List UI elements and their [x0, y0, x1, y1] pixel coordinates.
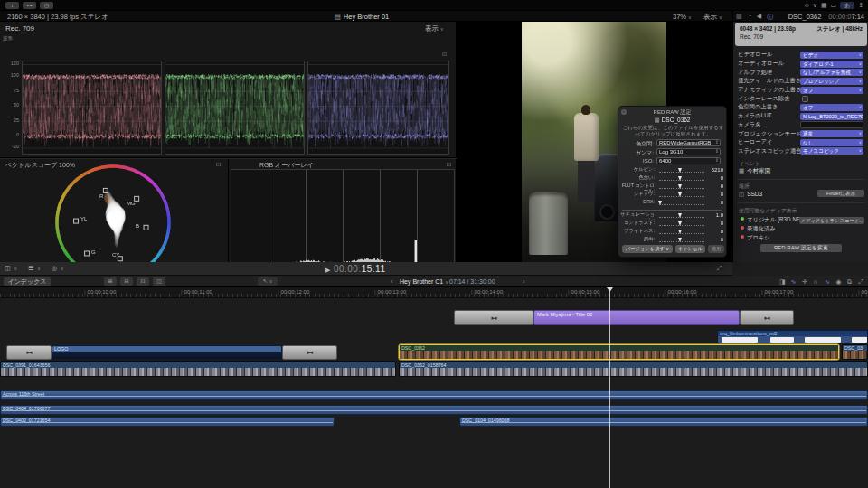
input-source-icon[interactable]: あ: [840, 2, 854, 9]
slider-thumb[interactable]: [678, 192, 682, 197]
analysis-icon[interactable]: ⊡: [137, 277, 149, 286]
audio-clip[interactable]: Across 116th Street: [0, 390, 868, 400]
keyword-icon[interactable]: ⊟: [120, 277, 133, 286]
key-icon[interactable]: ⊶: [23, 2, 36, 9]
slider-track-saturation[interactable]: [659, 217, 704, 218]
vectorscope-settings-icon[interactable]: ⊡: [216, 161, 221, 167]
tab-color-inspector-icon[interactable]: ◔: [748, 13, 751, 22]
slider-thumb[interactable]: [678, 238, 682, 242]
video-clip[interactable]: DSC_0362_0158764: [399, 361, 868, 377]
inspector-dropdown-colorspace-override[interactable]: オフ∨: [800, 104, 863, 111]
timeline-ruler[interactable]: |00:00:10:00|00:00:11:00|00:00:12:00|00:…: [0, 287, 868, 298]
history-forward-icon[interactable]: ›: [523, 278, 524, 285]
slider-track-contrast[interactable]: [659, 225, 704, 226]
scopes-view-dropdown[interactable]: 表示∨: [425, 24, 444, 33]
video-clip[interactable]: DSC_0391_01643656: [0, 361, 396, 377]
dialog-dropdown-colorspace[interactable]: REDWideGamutRGB⇕: [656, 139, 721, 146]
skimming-icon[interactable]: ∿: [791, 278, 797, 286]
tools-icon[interactable]: ☰ ∨: [28, 265, 41, 272]
title-clip[interactable]: Mark Miyajima - Title 02: [533, 310, 740, 325]
dialog-dropdown-gamma[interactable]: Log 3G10⇕: [656, 148, 721, 155]
transition-clip[interactable]: ▸◂: [454, 310, 533, 325]
chevron-down-icon: ∨: [859, 69, 862, 76]
inspector-dropdown-stereoscopic[interactable]: モノスコピック∨: [800, 147, 863, 155]
clock-icon[interactable]: ◷: [40, 2, 53, 9]
share-icon[interactable]: ↥: [858, 2, 863, 9]
slider-track-shadow[interactable]: [659, 196, 704, 197]
transition-clip[interactable]: ▸◂: [740, 310, 794, 325]
inspector-dropdown-video-role[interactable]: ビデオ∨: [800, 52, 863, 59]
slider-thumb[interactable]: [678, 230, 682, 234]
select-tool-dropdown[interactable]: ↖∨: [258, 277, 278, 286]
rgb-overlay-settings-icon[interactable]: ⊡: [447, 161, 451, 167]
slider-track-kelvin[interactable]: [659, 172, 704, 173]
history-back-icon[interactable]: ‹: [391, 278, 392, 285]
inspector-dropdown-hero-eye[interactable]: なし∨: [800, 139, 863, 146]
keyboard-icon[interactable]: ▭: [831, 2, 837, 9]
cancel-button[interactable]: キャンセル: [675, 245, 705, 253]
audio-skim-icon[interactable]: ∩: [814, 278, 818, 285]
tab-info-inspector-icon[interactable]: ⓘ: [767, 13, 773, 22]
slider-track-drx[interactable]: [659, 204, 704, 205]
tab-video-inspector-icon[interactable]: ▥: [736, 13, 742, 22]
import-icon[interactable]: ↓: [5, 2, 19, 9]
change-red-raw-button[interactable]: RED RAW 設定を変更: [760, 244, 842, 252]
clip-appearance-icon[interactable]: ◫ ∨: [5, 265, 17, 272]
video-clip[interactable]: LOGO: [52, 345, 282, 360]
slider-thumb[interactable]: [678, 168, 682, 173]
dialog-dropdown-iso[interactable]: 6400⇕: [656, 157, 721, 164]
viewer-expand-icon[interactable]: ⤢: [717, 265, 722, 272]
slider-track-tint[interactable]: [659, 180, 704, 181]
slider-thumb[interactable]: [678, 221, 682, 226]
effects-icon[interactable]: ⧉: [847, 278, 852, 286]
appearance-icon[interactable]: ◫: [153, 277, 165, 286]
slider-track-brightness[interactable]: [659, 233, 704, 234]
video-clip[interactable]: DSC_03: [842, 344, 868, 360]
inspector-dropdown-camera-lut[interactable]: N-Log_BT2020_to_REC709...∨: [800, 113, 863, 120]
viewer-view-dropdown[interactable]: 表示∨: [703, 13, 722, 22]
viewer-zoom-dropdown[interactable]: 37%∨: [673, 13, 692, 21]
slider-thumb[interactable]: [678, 176, 682, 181]
expand-icon[interactable]: ⤢: [859, 278, 864, 286]
index-button[interactable]: インデックス: [4, 277, 51, 286]
inspector-dropdown-projection-mode[interactable]: 通常∨: [800, 130, 863, 137]
marker-icon[interactable]: ⊞: [104, 277, 117, 286]
scope-settings-icon[interactable]: ⊡: [442, 51, 447, 57]
transition-clip[interactable]: ▸◂: [6, 345, 52, 360]
slider-thumb[interactable]: [678, 213, 682, 218]
transcode-media-button[interactable]: メディアをトランスコード...: [799, 217, 864, 224]
input-camera-name[interactable]: [800, 121, 863, 128]
inspector-tabs: ▥◔◀ⓘ: [736, 13, 773, 22]
position-icon[interactable]: ✛: [802, 278, 807, 286]
revert-version-button[interactable]: バージョンを戻す ∨: [622, 245, 673, 253]
transition-clip[interactable]: ▸◂: [282, 345, 337, 360]
grid-icon[interactable]: ▦: [821, 2, 827, 9]
inspector-dropdown-anamorphic-override[interactable]: オフ∨: [800, 87, 863, 94]
slider-thumb[interactable]: [658, 201, 662, 205]
inspector-dropdown-audio-role[interactable]: ダイアログ-1∨: [800, 61, 863, 68]
slider-track-flut[interactable]: [659, 188, 704, 189]
video-clip[interactable]: DSC_0362: [399, 344, 839, 360]
playhead[interactable]: [609, 287, 610, 488]
sequence-name[interactable]: Hey Brother C1∨: [400, 278, 448, 285]
play-icon[interactable]: ▶: [326, 267, 331, 273]
caret-icon[interactable]: ∨: [813, 2, 817, 9]
show-in-finder-button[interactable]: Finderに表示: [817, 190, 864, 197]
tab-audio-inspector-icon[interactable]: ◀: [757, 13, 761, 22]
audio-clip[interactable]: DSC_0104_01496068: [459, 417, 868, 427]
link-icon[interactable]: ∞: [805, 2, 809, 9]
slider-track-exposure[interactable]: [659, 241, 704, 242]
trim-icon[interactable]: ◨: [779, 278, 786, 286]
snapping-icon[interactable]: ◉: [836, 278, 842, 286]
inspector-dropdown-alpha[interactable]: なし/アルファを無視∨: [800, 69, 863, 76]
timer-icon[interactable]: ◎ ∨: [52, 265, 64, 272]
checkbox-deinterlace[interactable]: [802, 96, 808, 102]
apply-button[interactable]: 適用: [708, 245, 724, 253]
audio-clip[interactable]: DSC_0404_01706077: [0, 405, 868, 415]
slider-thumb[interactable]: [678, 184, 682, 189]
audio-clip[interactable]: DSC_0402_01721654: [0, 417, 335, 427]
solo-icon[interactable]: ∿: [825, 278, 830, 286]
connected-clip[interactable]: tmq_filmburntransitions_vol2: [717, 330, 868, 343]
inspector-dropdown-field-override[interactable]: プログレッシブ∨: [800, 78, 863, 85]
event-name[interactable]: ▦今村家園: [739, 167, 770, 175]
